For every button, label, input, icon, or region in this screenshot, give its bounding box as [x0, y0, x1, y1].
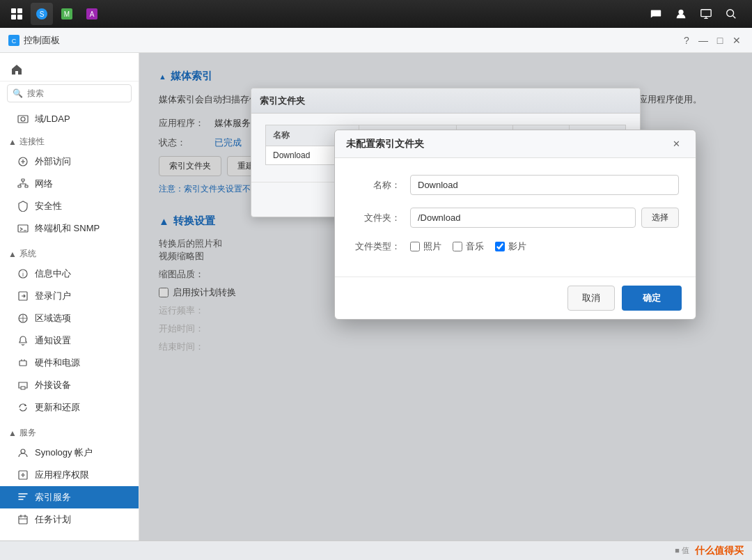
svg-rect-18	[22, 179, 24, 181]
update-icon	[17, 401, 29, 414]
sidebar-item-device[interactable]: 外接设备	[0, 374, 139, 396]
fg-dialog-close-button[interactable]: ✕	[668, 136, 684, 153]
sidebar-item-notification[interactable]: 通知设置	[0, 329, 139, 352]
bottom-bar: ■ 值 什么值得买	[0, 540, 752, 560]
taskbar-screen-icon[interactable]	[696, 4, 716, 24]
sidebar-label-domain: 域/LDAP	[35, 113, 70, 125]
sidebar-label-notification: 通知设置	[35, 334, 71, 347]
section-connectivity-label: 连接性	[19, 136, 45, 148]
svg-rect-2	[11, 15, 16, 20]
info-icon: i	[17, 267, 29, 280]
unconfigured-folder-dialog: 未配置索引文件夹 ✕ 名称： 文件夹： 选择	[334, 130, 696, 320]
sidebar: 🔍 域/LDAP ▲ 连接性 外部	[0, 53, 139, 540]
sidebar-label-external: 外部访问	[35, 155, 71, 168]
sidebar-item-login[interactable]: 登录门户	[0, 285, 139, 307]
svg-rect-11	[701, 10, 711, 17]
help-button[interactable]: ?	[680, 33, 694, 47]
filetype-field-row: 文件类型： 照片 音乐 影	[352, 240, 679, 253]
folder-field-row: 文件夹： 选择	[352, 208, 679, 228]
name-label: 名称：	[352, 179, 400, 192]
svg-point-12	[727, 10, 734, 17]
taskbar-icon-grid[interactable]	[6, 3, 28, 25]
folder-label: 文件夹：	[352, 212, 400, 224]
sidebar-item-synology-account[interactable]: Synology 帐户	[0, 442, 139, 464]
network-icon	[17, 178, 29, 190]
fg-dialog-title: 未配置索引文件夹	[346, 138, 668, 150]
sidebar-label-security: 安全性	[35, 200, 62, 212]
notification-icon	[17, 334, 29, 347]
maximize-button[interactable]: □	[713, 33, 727, 47]
window-app-icon: C	[8, 35, 19, 46]
confirm-button[interactable]: 确定	[622, 286, 682, 311]
sidebar-item-external[interactable]: 外部访问	[0, 150, 139, 173]
taskbar-user-icon[interactable]	[671, 4, 691, 24]
taskbar-icon-app1[interactable]: S	[31, 3, 53, 25]
folder-input[interactable]	[410, 208, 636, 228]
music-checkbox[interactable]	[453, 242, 462, 251]
app-permissions-icon	[17, 469, 29, 481]
svg-rect-19	[18, 185, 21, 187]
fg-dialog-footer: 取消 确定	[335, 277, 696, 319]
home-icon	[11, 64, 22, 75]
sidebar-label-index-service: 索引服务	[35, 491, 71, 504]
hardware-icon	[17, 357, 29, 369]
cancel-button[interactable]: 取消	[567, 286, 615, 311]
taskbar-icon-app2[interactable]: M	[56, 3, 78, 25]
chevron-icon: ▲	[8, 137, 17, 147]
watermark-text: 什么值得买	[695, 545, 744, 557]
section-services-label: 服务	[19, 427, 36, 439]
sidebar-item-app-permissions[interactable]: 应用程序权限	[0, 464, 139, 486]
sidebar-item-task-schedule[interactable]: 任务计划	[0, 508, 139, 531]
svg-point-16	[21, 117, 25, 121]
chevron-system-icon: ▲	[8, 249, 17, 259]
music-checkbox-item: 音乐	[453, 240, 484, 253]
music-label: 音乐	[466, 240, 484, 253]
sidebar-section-connectivity-header[interactable]: ▲ 连接性	[0, 133, 139, 150]
sidebar-section-connectivity: ▲ 连接性 外部访问 网络	[0, 130, 139, 242]
folder-input-group: 选择	[410, 208, 679, 228]
close-button[interactable]: ✕	[730, 33, 744, 47]
security-icon	[17, 200, 29, 212]
sidebar-label-terminal: 终端机和 SNMP	[35, 222, 100, 235]
minimize-button[interactable]: —	[696, 33, 710, 47]
window-controls: ? — □ ✕	[680, 33, 744, 47]
video-checkbox[interactable]	[495, 242, 505, 251]
sidebar-item-index-service[interactable]: 索引服务	[0, 486, 139, 508]
sidebar-label-app-permissions: 应用程序权限	[35, 469, 89, 481]
sidebar-section-system-header[interactable]: ▲ 系统	[0, 245, 139, 263]
video-label: 影片	[508, 240, 526, 253]
search-input[interactable]	[7, 84, 132, 102]
sidebar-item-update[interactable]: 更新和还原	[0, 396, 139, 419]
taskbar-message-icon[interactable]	[646, 4, 666, 24]
svg-text:S: S	[40, 10, 45, 18]
name-input[interactable]	[410, 175, 679, 195]
svg-rect-3	[17, 15, 22, 20]
sidebar-item-network[interactable]: 网络	[0, 173, 139, 195]
sidebar-item-hardware[interactable]: 硬件和电源	[0, 352, 139, 374]
sidebar-label-update: 更新和还原	[35, 401, 80, 414]
sidebar-item-info[interactable]: i 信息中心	[0, 263, 139, 285]
region-icon	[17, 312, 29, 325]
sidebar-section-system: ▲ 系统 i 信息中心 登录门户	[0, 242, 139, 421]
sidebar-item-terminal[interactable]: 终端机和 SNMP	[0, 217, 139, 240]
svg-text:M: M	[64, 10, 70, 18]
select-folder-button[interactable]: 选择	[641, 208, 679, 228]
sidebar-item-region[interactable]: 区域选项	[0, 307, 139, 329]
bottom-bar-text: ■ 值	[675, 545, 689, 556]
taskbar-icon-app3[interactable]: A	[81, 3, 103, 25]
sidebar-section-services-header[interactable]: ▲ 服务	[0, 424, 139, 442]
photo-checkbox[interactable]	[410, 242, 420, 251]
sidebar-item-security[interactable]: 安全性	[0, 195, 139, 217]
external-access-icon	[17, 155, 29, 168]
synology-account-icon	[17, 446, 29, 459]
sidebar-label-login: 登录门户	[35, 290, 71, 302]
index-service-icon	[17, 491, 29, 504]
chevron-services-icon: ▲	[8, 428, 17, 438]
sidebar-label-hardware: 硬件和电源	[35, 357, 80, 369]
svg-rect-26	[19, 361, 26, 366]
sidebar-home-button[interactable]	[0, 59, 139, 81]
sidebar-item-domain[interactable]: 域/LDAP	[0, 108, 139, 130]
index-folder-dialog-titlebar: 索引文件夹	[251, 88, 640, 114]
photo-label: 照片	[423, 240, 441, 253]
taskbar-search-icon[interactable]	[721, 4, 741, 24]
